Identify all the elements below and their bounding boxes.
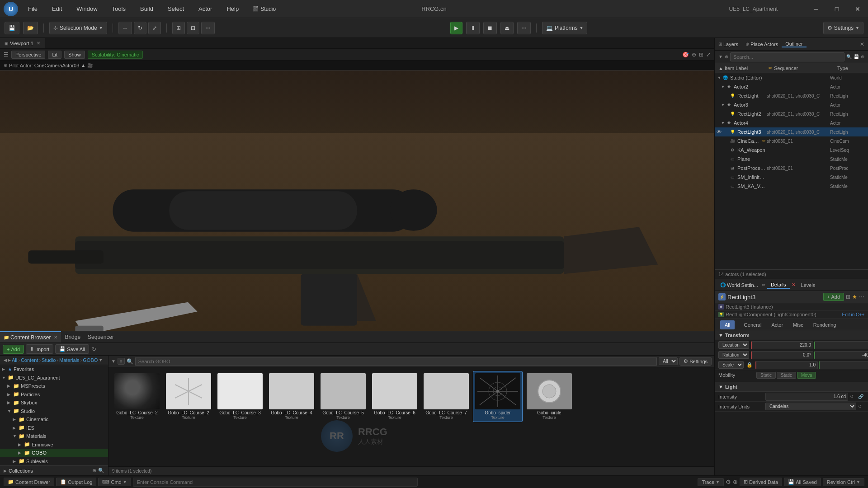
output-log-button[interactable]: 📋 Output Log bbox=[56, 478, 96, 486]
menu-actor[interactable]: Actor bbox=[194, 4, 217, 14]
refresh-icon[interactable]: ↻ bbox=[91, 345, 97, 353]
cb-settings-button[interactable]: ⚙ Settings bbox=[679, 357, 712, 366]
table-row[interactable]: 💡 RectLight shot0020_01, shot0030_C Rect… bbox=[715, 91, 868, 100]
details-tab[interactable]: Details bbox=[767, 282, 790, 289]
path-content[interactable]: Content bbox=[21, 357, 38, 363]
search-collection-icon[interactable]: 🔍 bbox=[98, 468, 104, 474]
play-button[interactable]: ▶ bbox=[450, 22, 462, 34]
selection-mode-button[interactable]: ⊹ Selection Mode ▼ bbox=[49, 22, 107, 34]
movable-button[interactable]: Mova bbox=[797, 372, 816, 379]
location-x-input[interactable] bbox=[751, 341, 813, 349]
filter-icon[interactable]: ▼ bbox=[111, 359, 116, 364]
all-tab[interactable]: All bbox=[720, 320, 735, 329]
path-materials[interactable]: Materials bbox=[59, 357, 80, 363]
transform-section-header[interactable]: ▼ Transform bbox=[715, 330, 868, 340]
layout-icon[interactable]: ⊞ bbox=[846, 294, 850, 300]
list-item[interactable]: ▶ 📁 IES bbox=[0, 424, 108, 432]
path-nav-icon[interactable]: ◀ bbox=[4, 358, 7, 362]
viewport-options-icon[interactable]: ⊞ bbox=[699, 52, 703, 58]
lit-button[interactable]: Lit bbox=[48, 51, 61, 59]
viewport-tab-close[interactable]: ✕ bbox=[37, 41, 40, 46]
translate-button[interactable]: ↔ bbox=[118, 22, 132, 34]
add-component-button[interactable]: + Add bbox=[823, 293, 844, 301]
list-item[interactable]: Gobo_circle Texture bbox=[524, 371, 574, 422]
table-row[interactable]: ▭ Plane StaticMe bbox=[715, 155, 868, 164]
list-item[interactable]: ▶ 📁 Skybox bbox=[0, 399, 108, 407]
revision-ctrl-button[interactable]: Revision Ctrl ▼ bbox=[823, 478, 864, 486]
save-all-button[interactable]: 💾 Save All bbox=[55, 344, 89, 354]
table-row[interactable]: ▼ 👁 Actor4 Actor bbox=[715, 118, 868, 127]
properties-scroll[interactable]: ▼ Transform Location ↺ 🔗 bbox=[715, 330, 868, 475]
content-drawer-button[interactable]: 📁 Content Drawer bbox=[4, 478, 54, 486]
menu-edit[interactable]: Edit bbox=[47, 4, 66, 14]
hamburger-icon[interactable]: ☰ bbox=[4, 52, 9, 58]
cmd-button[interactable]: ⌨ Cmd ▼ bbox=[98, 478, 131, 486]
show-button[interactable]: Show bbox=[64, 51, 85, 59]
cb-filter-dropdown[interactable]: All bbox=[659, 357, 678, 365]
outliner-save-icon[interactable]: 💾 bbox=[854, 54, 859, 59]
scalability-badge[interactable]: Scalability: Cinematic bbox=[88, 51, 143, 59]
content-browser-tab[interactable]: 📁 Content Browser ✕ bbox=[0, 331, 61, 343]
light-section-header[interactable]: ▼ Light bbox=[715, 382, 868, 392]
platforms-button[interactable]: 💻 Platforms ▼ bbox=[542, 22, 588, 34]
add-viewport-icon[interactable]: ⊕ bbox=[692, 52, 696, 58]
menu-file[interactable]: File bbox=[24, 4, 42, 14]
cb-search-input[interactable] bbox=[135, 357, 657, 366]
pause-button[interactable]: ⏸ bbox=[466, 22, 480, 34]
list-item[interactable]: Gobo_spider Texture bbox=[473, 371, 523, 422]
table-row[interactable]: ▭ SM_KA_Val_X StaticMe bbox=[715, 182, 868, 191]
intensity-link-icon[interactable]: 🔗 bbox=[858, 394, 864, 399]
table-row[interactable]: ▭ SM_InfinityWall StaticMe bbox=[715, 173, 868, 182]
filter-options-icon[interactable]: ≡ bbox=[118, 358, 125, 365]
outliner-add-icon[interactable]: ⊕ bbox=[861, 54, 864, 59]
general-tab[interactable]: General bbox=[739, 320, 766, 329]
world-settings-tab[interactable]: 🌐 World Settin... bbox=[717, 282, 762, 288]
outliner-search-input[interactable] bbox=[730, 52, 844, 61]
path-studio[interactable]: Studio bbox=[42, 357, 56, 363]
cb-tab-close-icon[interactable]: ✕ bbox=[54, 335, 57, 340]
location-dropdown[interactable]: Location bbox=[718, 341, 749, 349]
list-item[interactable]: Gobo_LC_Course_7 Texture bbox=[421, 371, 471, 422]
close-button[interactable]: ✕ bbox=[847, 0, 868, 18]
trace-button[interactable]: Trace ▼ bbox=[698, 478, 724, 486]
list-item[interactable]: ▼ 📁 Materials bbox=[0, 432, 108, 441]
place-actors-tab[interactable]: ⊕ Place Actors bbox=[742, 42, 782, 47]
grid-button[interactable]: ⊞ bbox=[172, 22, 185, 34]
list-item[interactable]: ▶ 📁 MSPresets bbox=[0, 382, 108, 390]
save-toolbar-button[interactable]: 💾 bbox=[5, 22, 19, 34]
location-y-input[interactable] bbox=[814, 341, 868, 349]
menu-window[interactable]: Window bbox=[72, 4, 102, 14]
maximize-viewport-icon[interactable]: ⤢ bbox=[706, 52, 711, 58]
intensity-reset-button[interactable]: ↺ bbox=[850, 394, 856, 399]
perspective-button[interactable]: Perspective bbox=[11, 51, 45, 59]
close-outliner-icon[interactable]: ✕ bbox=[856, 41, 868, 47]
add-collection-icon[interactable]: ⊕ bbox=[92, 468, 96, 474]
rotation-dropdown[interactable]: Rotation bbox=[718, 351, 749, 359]
actor-tab[interactable]: Actor bbox=[767, 320, 788, 329]
import-button[interactable]: ⬆ Import bbox=[26, 344, 53, 354]
outliner-tab[interactable]: Outliner bbox=[782, 41, 807, 47]
bridge-tab[interactable]: Bridge bbox=[61, 334, 84, 340]
path-dropdown-icon[interactable]: ▼ bbox=[99, 358, 103, 362]
levels-tab[interactable]: Levels bbox=[797, 282, 819, 288]
collections-section[interactable]: ▶ Collections ⊕ 🔍 bbox=[0, 465, 108, 475]
list-item[interactable]: Gobo_LC_Course_3 Texture bbox=[215, 371, 265, 422]
intensity-units-dropdown[interactable]: Candelas bbox=[765, 403, 856, 410]
table-row[interactable]: ▼ 🌐 Studio (Editor) World bbox=[715, 73, 868, 82]
more-details-icon[interactable]: ⋯ bbox=[859, 294, 864, 300]
list-item[interactable]: ▶ 📁 Particles bbox=[0, 390, 108, 399]
content-drawer-toolbar-button[interactable]: 📂 bbox=[23, 22, 38, 34]
rotation-y-input[interactable] bbox=[814, 351, 868, 359]
stationary-button[interactable]: Static bbox=[777, 372, 796, 379]
trace-settings-icon[interactable]: ⚙ bbox=[726, 479, 731, 485]
close-details-icon[interactable]: ✕ bbox=[790, 282, 797, 288]
filter-icon[interactable]: ▼ bbox=[718, 54, 723, 59]
table-row[interactable]: 💡 RectLight2 shot0020_01, shot0030_C Rec… bbox=[715, 109, 868, 118]
misc-tab[interactable]: Misc bbox=[788, 320, 808, 329]
scale-lock-icon[interactable]: 🔒 bbox=[746, 362, 753, 368]
table-row[interactable]: 👁 💡 RectLight3 shot0020_01, shot0030_C R… bbox=[715, 127, 868, 136]
sequencer-tab[interactable]: Sequencer bbox=[84, 334, 118, 340]
list-item[interactable]: Gobo_LC_Course_4 Texture bbox=[267, 371, 316, 422]
list-item[interactable]: ▶ ★ Favorites bbox=[0, 365, 108, 374]
scale-dropdown[interactable]: Scale bbox=[718, 361, 744, 369]
